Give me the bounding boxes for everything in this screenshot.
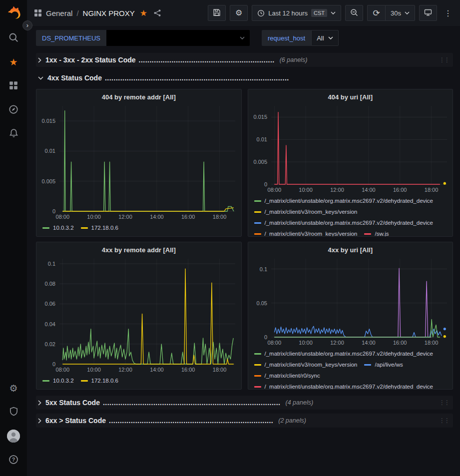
legend-item[interactable]: 172.18.0.6: [81, 375, 118, 386]
sidebar-item-help[interactable]: ?: [0, 448, 27, 472]
time-range-picker[interactable]: Last 12 hours CST: [252, 5, 341, 21]
svg-text:08:00: 08:00: [56, 214, 70, 220]
svg-text:10:00: 10:00: [87, 214, 101, 220]
legend-label: /_matrix/client/unstable/org.matrix.msc2…: [265, 384, 434, 389]
legend-item[interactable]: /_matrix/client/unstable/org.matrix.msc2…: [254, 348, 434, 359]
svg-text:0: 0: [52, 208, 55, 214]
sidebar-item-server-admin[interactable]: [0, 400, 27, 424]
row-5xx-status-code[interactable]: 5xx Status Code ........................…: [36, 396, 453, 410]
legend-item[interactable]: /sw.js: [364, 228, 389, 236]
variable-request-host-label[interactable]: request_host: [262, 30, 311, 46]
chart-4xx-by-uri[interactable]: 08:0010:0012:0014:0016:0018:0000.050.1: [248, 255, 453, 347]
legend-item[interactable]: /_matrix/client/unstable/org.matrix.msc2…: [254, 195, 434, 206]
chart-svg: 08:0010:0012:0014:0016:0018:0000.0050.01…: [36, 102, 241, 221]
row-drag-handle[interactable]: ⋮⋮: [439, 399, 450, 406]
sidebar-item-dashboards[interactable]: [0, 74, 27, 98]
row-6xx-status-code[interactable]: 6xx > Status Code ......................…: [36, 414, 453, 428]
sidebar-item-profile[interactable]: [0, 424, 27, 448]
row-dots: ........................................…: [139, 56, 275, 64]
legend-item[interactable]: 172.18.0.6: [81, 222, 118, 233]
variable-datasource-label[interactable]: DS_PROMETHEUS: [36, 30, 106, 46]
panel-legend: /_matrix/client/unstable/org.matrix.msc2…: [248, 347, 453, 389]
svg-text:10:00: 10:00: [299, 340, 313, 346]
sidebar-item-configuration[interactable]: ⚙: [0, 376, 27, 400]
main-area: General / NGINX PROXY ★ ⚙: [27, 0, 460, 476]
row-panel-count: (6 panels): [280, 56, 308, 63]
legend-item[interactable]: /_matrix/client/unstable/org.matrix.msc2…: [254, 217, 434, 228]
legend-item[interactable]: /_matrix/client/r0/sync: [254, 370, 320, 381]
legend-item[interactable]: /_matrix/client/unstable/org.matrix.msc2…: [254, 381, 434, 389]
legend-item[interactable]: /api/live/ws: [364, 359, 403, 370]
panel-title[interactable]: 404 by uri [All]: [248, 89, 453, 102]
topbar: General / NGINX PROXY ★ ⚙: [27, 0, 460, 26]
svg-text:0.05: 0.05: [256, 300, 267, 306]
variable-request-host-value[interactable]: All: [311, 30, 338, 46]
sidebar-item-explore[interactable]: [0, 98, 27, 122]
grafana-logo[interactable]: [5, 5, 21, 21]
row-1xx-3xx-2xx-status-code[interactable]: 1xx - 3xx - 2xx Status Code ............…: [36, 53, 453, 67]
kebab-menu-button[interactable]: ⋮: [441, 6, 455, 20]
svg-text:08:00: 08:00: [267, 187, 281, 193]
tv-mode-button[interactable]: [419, 5, 437, 21]
svg-text:18:00: 18:00: [424, 340, 438, 346]
breadcrumb-section[interactable]: General: [46, 9, 72, 17]
apps-grid-icon: [34, 9, 42, 17]
svg-text:12:00: 12:00: [118, 214, 132, 220]
legend-swatch: [364, 364, 371, 366]
sidebar-item-search[interactable]: [0, 26, 27, 50]
refresh-group: ⟳ 30s: [367, 5, 415, 21]
legend-item[interactable]: /_matrix/client/v3/room_keys/version: [254, 228, 358, 236]
chart-svg: 08:0010:0012:0014:0016:0018:0000.0050.01…: [248, 102, 453, 194]
legend-item[interactable]: /_matrix/client/v3/room_keys/version: [254, 206, 358, 217]
save-dashboard-button[interactable]: [208, 5, 226, 21]
topbar-actions: ⚙ Last 12 hours CST: [208, 5, 455, 21]
sidebar: ★ ⚙: [0, 0, 27, 476]
breadcrumb-separator: /: [76, 9, 78, 17]
chevron-down-icon: [240, 36, 245, 39]
panel-title[interactable]: 4xx by remote addr [All]: [36, 242, 241, 255]
legend-swatch: [42, 380, 49, 382]
zoom-out-button[interactable]: [345, 5, 363, 21]
grafana-app: ★ ⚙: [0, 0, 460, 476]
favorite-star-icon[interactable]: ★: [140, 8, 147, 18]
chart-404-by-uri[interactable]: 08:0010:0012:0014:0016:0018:0000.0050.01…: [248, 102, 453, 194]
refresh-interval-picker[interactable]: 30s: [385, 5, 415, 21]
svg-text:16:00: 16:00: [393, 187, 407, 193]
svg-text:14:00: 14:00: [150, 367, 164, 373]
chart-svg: 08:0010:0012:0014:0016:0018:0000.050.1: [248, 255, 453, 347]
sidebar-item-starred[interactable]: ★: [0, 50, 27, 74]
save-icon: [213, 8, 221, 18]
legend-label: /_matrix/client/v3/room_keys/version: [265, 209, 358, 215]
chart-4xx-by-remote-addr[interactable]: 08:0010:0012:0014:0016:0018:0000.020.040…: [36, 255, 241, 374]
legend-item[interactable]: 10.0.3.2: [42, 222, 74, 233]
share-icon[interactable]: [153, 9, 161, 17]
legend-label: /api/live/ws: [375, 362, 403, 368]
variable-datasource-value[interactable]: [106, 30, 250, 46]
svg-text:0.04: 0.04: [45, 321, 55, 327]
legend-item[interactable]: 10.0.3.2: [42, 375, 74, 386]
sidebar-expand-button[interactable]: ›: [22, 20, 32, 30]
sidebar-item-alerting[interactable]: [0, 122, 27, 146]
svg-text:14:00: 14:00: [362, 340, 376, 346]
refresh-button[interactable]: ⟳: [367, 5, 385, 21]
row-title: 6xx > Status Code: [45, 417, 106, 425]
dashboard-settings-button[interactable]: ⚙: [230, 5, 248, 21]
monitor-icon: [424, 8, 432, 18]
grafana-flame-icon: [5, 5, 21, 21]
panel-legend: 10.0.3.2172.18.0.6: [36, 374, 241, 389]
row-drag-handle[interactable]: ⋮⋮: [439, 417, 450, 424]
panel-title[interactable]: 404 by remote addr [All]: [36, 89, 241, 102]
panel-title[interactable]: 4xx by uri [All]: [248, 242, 453, 255]
legend-swatch: [42, 227, 49, 229]
help-icon: ?: [8, 455, 18, 466]
row-panel-count: (4 panels): [286, 399, 314, 406]
dashboard-content: 1xx - 3xx - 2xx Status Code ............…: [27, 51, 460, 476]
legend-swatch: [81, 380, 88, 382]
breadcrumb-title[interactable]: NGINX PROXY: [83, 9, 135, 17]
legend-item[interactable]: /_matrix/client/v3/room_keys/version: [254, 359, 358, 370]
svg-text:0: 0: [264, 181, 267, 187]
zoom-out-icon: [350, 8, 358, 18]
row-drag-handle[interactable]: ⋮⋮: [439, 56, 450, 63]
row-4xx-status-code[interactable]: 4xx Status Code ........................…: [36, 71, 453, 85]
chart-404-by-remote-addr[interactable]: 08:0010:0012:0014:0016:0018:0000.0050.01…: [36, 102, 241, 221]
